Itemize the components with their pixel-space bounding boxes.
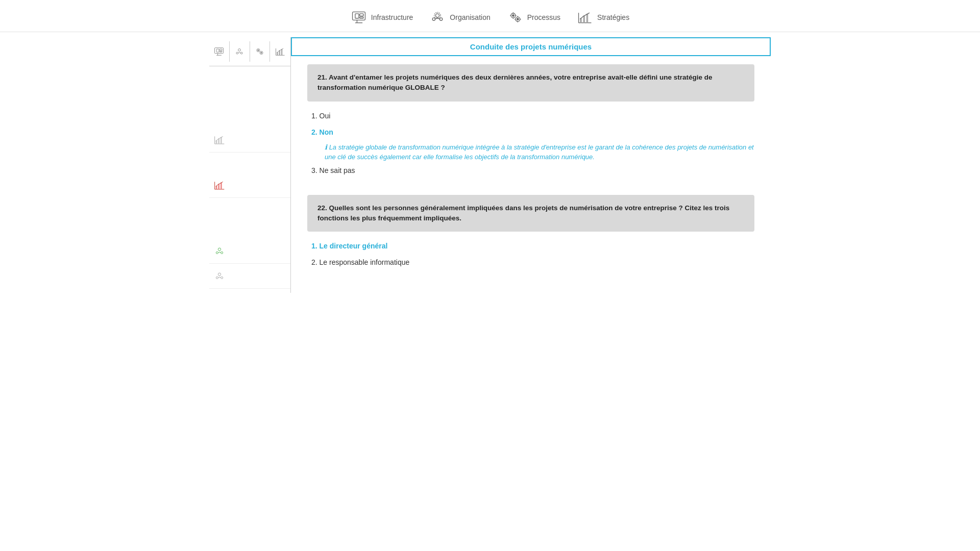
svg-point-9 xyxy=(434,12,440,18)
svg-point-7 xyxy=(433,18,435,20)
q22-answer-1[interactable]: 1. Le directeur général xyxy=(307,240,754,252)
nav-organisation-label: Organisation xyxy=(450,13,490,21)
svg-rect-18 xyxy=(216,49,219,52)
main-content: Conduite des projets numériques 21. Avan… xyxy=(291,37,771,293)
svg-rect-20 xyxy=(220,51,223,52)
nav-processus-label: Processus xyxy=(527,13,560,21)
nav-strategies-label: Stratégies xyxy=(597,13,629,21)
gears-icon xyxy=(507,9,523,26)
q21-hint: ℹ La stratégie globale de transformation… xyxy=(325,142,754,162)
q22-a1-text: 1. Le directeur général xyxy=(311,242,387,250)
svg-point-27 xyxy=(258,49,259,51)
chart-bar-icon xyxy=(577,9,593,26)
nav-processus[interactable]: Processus xyxy=(507,9,560,26)
svg-rect-16 xyxy=(586,14,589,23)
nav-organisation[interactable]: Organisation xyxy=(429,9,490,26)
svg-rect-1 xyxy=(355,14,359,18)
svg-point-8 xyxy=(440,18,443,20)
top-navigation: Infrastructure Organisation Processus xyxy=(0,0,980,32)
svg-point-43 xyxy=(216,277,218,279)
svg-rect-35 xyxy=(220,137,222,144)
svg-point-6 xyxy=(436,14,439,17)
q22-answers: 1. Le directeur général 2. Le responsabl… xyxy=(307,240,754,268)
q21-answers: 1. Oui 2. Non ℹ La stratégie globale de … xyxy=(307,110,754,177)
q21-answer-3[interactable]: 3. Ne sait pas xyxy=(307,164,754,177)
q21-a1-text: 1. Oui xyxy=(311,112,330,120)
svg-point-41 xyxy=(221,252,223,254)
q21-answer-1[interactable]: 1. Oui xyxy=(307,110,754,122)
sidebar-item-chart-red[interactable] xyxy=(209,173,290,198)
svg-point-23 xyxy=(238,49,241,52)
svg-rect-38 xyxy=(220,183,222,189)
question-22: 22. Quelles sont les personnes généralem… xyxy=(307,195,754,232)
sidebar-item-chart-gray[interactable] xyxy=(209,128,290,153)
nav-infrastructure-label: Infrastructure xyxy=(371,13,413,21)
gear-group-icon xyxy=(429,9,446,26)
svg-point-25 xyxy=(241,52,243,54)
svg-rect-32 xyxy=(281,49,282,55)
svg-point-40 xyxy=(216,252,218,254)
svg-point-11 xyxy=(512,15,514,17)
svg-point-44 xyxy=(221,277,223,279)
section-title: Conduite des projets numériques xyxy=(291,37,771,56)
svg-point-24 xyxy=(236,52,238,54)
sidebar-item-gear-green[interactable] xyxy=(209,239,290,264)
svg-point-39 xyxy=(218,248,220,251)
svg-rect-3 xyxy=(360,17,363,18)
q21-a3-text: 3. Ne sait pas xyxy=(311,166,355,174)
svg-rect-19 xyxy=(220,49,223,51)
nav-infrastructure[interactable]: Infrastructure xyxy=(351,9,413,26)
q21-a2-text: 2. Non xyxy=(311,128,333,136)
sidebar-icons-row xyxy=(209,41,290,66)
q22-a2-text: 2. Le responsable informatique xyxy=(311,258,409,266)
page-layout: Conduite des projets numériques 21. Avan… xyxy=(209,32,771,293)
sidebar xyxy=(209,37,291,293)
monitor-icon xyxy=(351,9,367,26)
svg-point-42 xyxy=(218,273,220,276)
nav-strategies[interactable]: Stratégies xyxy=(577,9,629,26)
svg-rect-2 xyxy=(360,14,363,16)
svg-point-29 xyxy=(261,52,262,53)
sidebar-tab-gear-group[interactable] xyxy=(230,41,250,62)
svg-point-13 xyxy=(517,18,519,20)
q22-answer-2[interactable]: 2. Le responsable informatique xyxy=(307,256,754,268)
sidebar-tab-chart[interactable] xyxy=(270,41,290,62)
q21-answer-2[interactable]: 2. Non xyxy=(307,126,754,138)
sidebar-tab-gears[interactable] xyxy=(250,41,271,62)
sidebar-tab-monitor[interactable] xyxy=(209,41,230,62)
sidebar-item-gear-gray[interactable] xyxy=(209,264,290,289)
question-21: 21. Avant d'entamer les projets numériqu… xyxy=(307,64,754,102)
